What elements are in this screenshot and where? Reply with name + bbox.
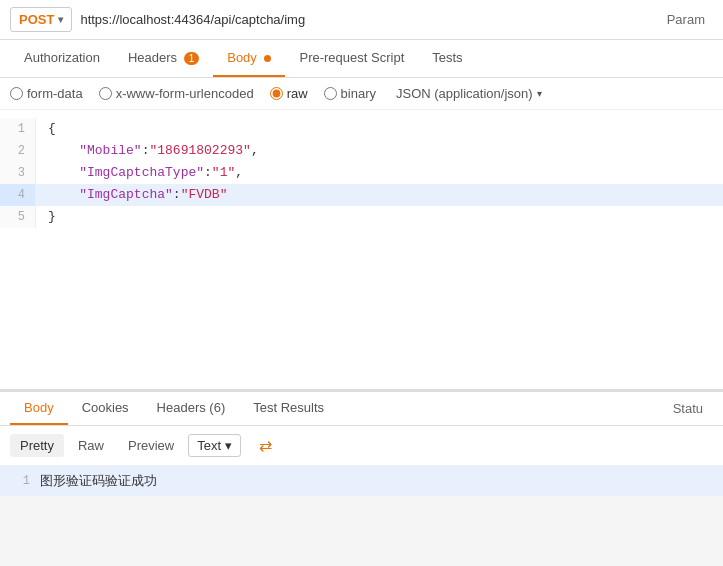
line-num-5: 5 xyxy=(0,206,36,228)
param-button[interactable]: Param xyxy=(659,8,713,31)
tab-response-body[interactable]: Body xyxy=(10,392,68,425)
code-editor[interactable]: 1 { 2 "Mobile":"18691802293", 3 "ImgCapt… xyxy=(0,110,723,390)
format-preview-button[interactable]: Preview xyxy=(118,434,184,457)
format-raw-button[interactable]: Raw xyxy=(68,434,114,457)
method-label: POST xyxy=(19,12,54,27)
response-format-row: Pretty Raw Preview Text ▾ ⇄ xyxy=(0,426,723,466)
response-tabs: Body Cookies Headers (6) Test Results St… xyxy=(0,392,723,426)
line-num-2: 2 xyxy=(0,140,36,162)
tab-test-results[interactable]: Test Results xyxy=(239,392,338,425)
line-num-1: 1 xyxy=(0,118,36,140)
body-options-row: form-data x-www-form-urlencoded raw bina… xyxy=(0,78,723,110)
wrap-button[interactable]: ⇄ xyxy=(251,432,280,459)
tab-response-headers[interactable]: Headers (6) xyxy=(143,392,240,425)
code-line-5: 5 } xyxy=(0,206,723,228)
option-binary[interactable]: binary xyxy=(324,86,376,101)
code-line-3: 3 "ImgCaptchaType":"1", xyxy=(0,162,723,184)
headers-badge: 1 xyxy=(184,52,200,65)
request-tabs: Authorization Headers 1 Body Pre-request… xyxy=(0,40,723,78)
resp-line-num-1: 1 xyxy=(10,474,30,488)
text-dropdown-chevron: ▾ xyxy=(225,438,232,453)
format-select[interactable]: JSON (application/json) ▾ xyxy=(396,86,542,101)
text-format-dropdown[interactable]: Text ▾ xyxy=(188,434,241,457)
format-pretty-button[interactable]: Pretty xyxy=(10,434,64,457)
top-bar: POST ▾ Param xyxy=(0,0,723,40)
code-line-1: 1 { xyxy=(0,118,723,140)
tab-prerequest[interactable]: Pre-request Script xyxy=(285,40,418,77)
response-line-1: 1 图形验证码验证成功 xyxy=(10,472,713,490)
format-chevron: ▾ xyxy=(537,88,542,99)
method-chevron: ▾ xyxy=(58,14,63,25)
body-dot xyxy=(264,55,271,62)
option-form-data[interactable]: form-data xyxy=(10,86,83,101)
tab-authorization[interactable]: Authorization xyxy=(10,40,114,77)
tab-cookies[interactable]: Cookies xyxy=(68,392,143,425)
tab-tests[interactable]: Tests xyxy=(418,40,476,77)
code-line-4: 4 "ImgCaptcha":"FVDB" xyxy=(0,184,723,206)
url-input[interactable] xyxy=(80,12,650,27)
tab-body[interactable]: Body xyxy=(213,40,285,77)
option-raw[interactable]: raw xyxy=(270,86,308,101)
line-num-4: 4 xyxy=(0,184,36,206)
resp-line-text-1: 图形验证码验证成功 xyxy=(40,472,157,490)
line-num-3: 3 xyxy=(0,162,36,184)
status-label: Statu xyxy=(673,401,713,416)
tab-headers[interactable]: Headers 1 xyxy=(114,40,213,77)
code-line-2: 2 "Mobile":"18691802293", xyxy=(0,140,723,162)
response-output: 1 图形验证码验证成功 xyxy=(0,466,723,496)
bottom-panel: Body Cookies Headers (6) Test Results St… xyxy=(0,390,723,496)
option-urlencoded[interactable]: x-www-form-urlencoded xyxy=(99,86,254,101)
wrap-icon: ⇄ xyxy=(259,437,272,454)
method-button[interactable]: POST ▾ xyxy=(10,7,72,32)
